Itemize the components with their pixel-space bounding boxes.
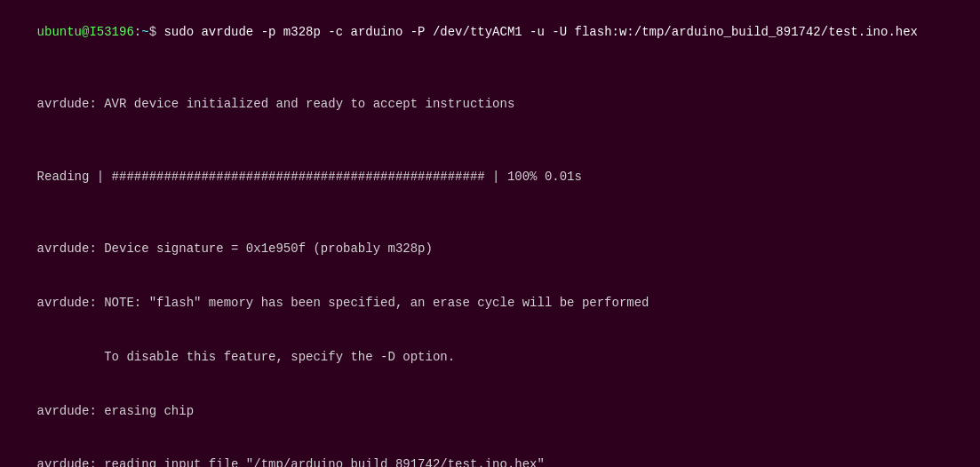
empty-line	[7, 59, 973, 77]
prompt-symbol: $	[149, 25, 156, 39]
output-line-5: To disable this feature, specify the -D …	[7, 329, 973, 384]
output-line-1: avrdude: AVR device initialized and read…	[7, 77, 973, 131]
output-line-4: avrdude: NOTE: "flash" memory has been s…	[7, 275, 973, 329]
output-line-6: avrdude: erasing chip	[7, 384, 973, 438]
empty-line	[7, 203, 973, 221]
terminal-window: ubuntu@I53196:~$ sudo avrdude -p m328p -…	[0, 0, 980, 467]
output-line-3: avrdude: Device signature = 0x1e950f (pr…	[7, 222, 973, 276]
command-line: ubuntu@I53196:~$ sudo avrdude -p m328p -…	[7, 5, 973, 59]
prompt-user: ubuntu@I53196	[37, 25, 134, 39]
output-line-7: avrdude: reading input file "/tmp/arduin…	[7, 438, 973, 467]
prompt-dir: ~	[141, 25, 148, 39]
reading-progress-1: Reading | ##############################…	[7, 149, 973, 203]
empty-line	[7, 131, 973, 149]
prompt-separator: :	[134, 25, 141, 39]
command-text: sudo avrdude -p m328p -c arduino -P /dev…	[156, 25, 918, 39]
